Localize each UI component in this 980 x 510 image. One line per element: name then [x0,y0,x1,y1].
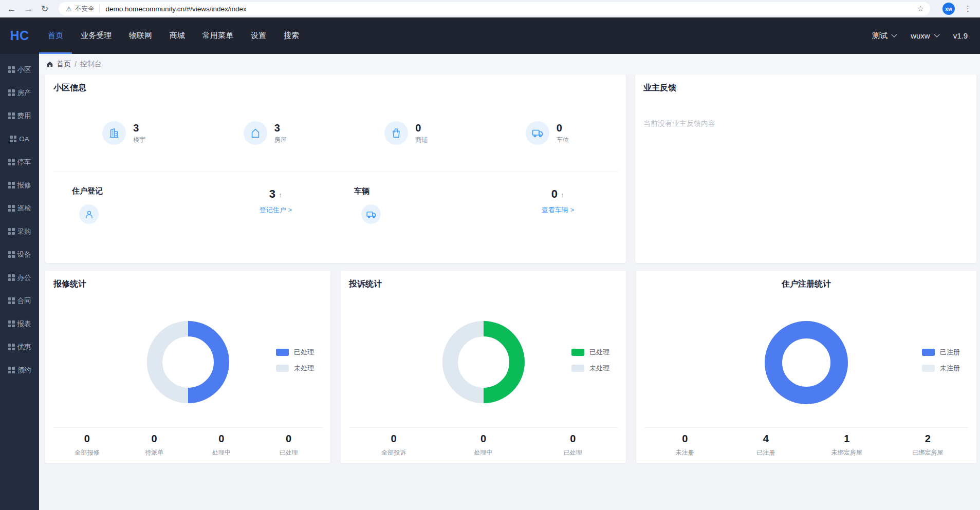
feedback-card-title: 业主反馈 [643,83,968,93]
legend-swatch [276,365,289,372]
legend-item[interactable]: 未处理 [571,364,609,373]
community-info-row: 住户登记3↑登记住户 >车辆0↑查看车辆 > [53,186,618,224]
stat-label: 楼宇 [133,136,145,144]
sidebar-item-fee[interactable]: 费用 [0,104,39,127]
sidebar-item-inspection[interactable]: 巡检 [0,197,39,220]
sidebar-item-device[interactable]: 设备 [0,243,39,266]
community-stats-row: 3楼宇3房屋0商铺0车位 [53,121,618,145]
chevron-down-icon [891,31,897,37]
grid-menu-icon [8,251,15,258]
chart-stat-value: 0 [121,433,188,445]
community-switcher[interactable]: 测试 [872,31,896,41]
screen: ← → ↻ ⚠ 不安全 demo.homecommunity.cn/#/view… [0,0,980,510]
section-vehicle: 车辆0↑查看车辆 > [336,186,618,224]
stat-value: 3 [133,122,145,134]
sidebar-item-parking[interactable]: 停车 [0,150,39,174]
chart-stat-value: 0 [188,433,255,445]
community-card-title: 小区信息 [53,83,618,93]
sidebar-item-oa[interactable]: OA [0,127,39,150]
nav-item-search[interactable]: 搜索 [275,17,308,54]
repair-stats-card: 报修统计已处理未处理0全部报修0待派单0处理中0已处理 [45,271,330,463]
legend-item[interactable]: 已注册 [922,348,960,357]
legend-label: 未处理 [589,364,609,373]
chart-stat: 4已注册 [726,433,807,457]
grid-menu-icon [10,136,16,142]
section-value: 0↑ [542,187,574,201]
section-link-vehicle[interactable]: 查看车辆 > [542,205,574,215]
chart-title: 报修统计 [53,279,322,290]
sidebar-item-discount[interactable]: 优惠 [0,335,39,358]
home-icon [46,61,53,68]
parking-icon [526,121,549,145]
chart-stat-label: 已处理 [528,448,618,457]
grid-menu-icon [8,66,15,73]
chart-stat: 0未注册 [644,433,726,457]
nav-item-home[interactable]: 首页 [39,17,72,54]
browser-avatar[interactable]: xw [942,3,955,15]
sidebar-item-community[interactable]: 小区 [0,58,39,81]
section-title: 住户登记 [72,186,103,196]
grid-menu-icon [8,367,15,373]
sidebar-item-label: OA [19,135,29,143]
grid-menu-icon [8,344,15,350]
address-bar[interactable]: ⚠ 不安全 demo.homecommunity.cn/#/views/inde… [59,2,930,15]
sidebar-item-label: 费用 [17,111,31,121]
sidebar-item-property[interactable]: 房产 [0,81,39,104]
warning-icon: ⚠ [66,5,72,13]
navbar-right: 测试 wuxw v1.9 [872,17,980,54]
legend-swatch [922,349,935,356]
community-stat: 3楼宇 [53,121,195,145]
section-title: 车辆 [354,186,381,196]
app-logo[interactable]: HC [0,17,39,54]
chart-stat-label: 全部报修 [53,448,121,457]
grid-menu-icon [8,274,15,281]
grid-menu-icon [8,228,15,235]
sidebar-item-label: 合同 [17,296,31,306]
grid-menu-icon [8,182,15,188]
sidebar-item-label: 巡检 [17,204,31,213]
breadcrumb-home[interactable]: 首页 [46,60,71,69]
sidebar-item-report[interactable]: 报表 [0,312,39,335]
browser-menu-icon[interactable]: ⋮ [963,4,973,13]
legend-swatch [571,365,584,372]
community-info-card: 小区信息 3楼宇3房屋0商铺0车位 住户登记3↑登记住户 >车辆0↑查看车辆 > [45,74,626,263]
forward-icon[interactable]: → [24,5,33,13]
stat-value: 3 [274,122,287,134]
sidebar-item-booking[interactable]: 预约 [0,358,39,382]
chart-legend: 已处理未处理 [276,348,314,373]
security-label: 不安全 [75,5,95,13]
donut-wrap [765,321,848,406]
sidebar-item-label: 办公 [17,273,31,282]
chart-title: 投诉统计 [349,279,618,290]
legend-item[interactable]: 已处理 [276,348,314,357]
breadcrumb-separator: / [75,60,77,68]
sidebar-item-label: 停车 [17,158,31,167]
section-value: 3↑ [260,187,292,201]
user-menu[interactable]: wuxw [911,31,939,40]
stat-label: 房屋 [274,136,287,144]
sidebar-item-repair[interactable]: 报修 [0,174,39,197]
nav-item-mall[interactable]: 商城 [161,17,194,54]
house-icon [244,121,267,145]
chart-stat-label: 已注册 [726,448,807,457]
resident-icon [79,204,99,224]
nav-item-common-menu[interactable]: 常用菜单 [194,17,242,54]
sidebar-item-label: 优惠 [17,343,31,352]
legend-item[interactable]: 未注册 [922,364,960,373]
sidebar-item-purchase[interactable]: 采购 [0,220,39,243]
chart-stat: 1未绑定房屋 [806,433,887,457]
legend-item[interactable]: 未处理 [276,364,314,373]
security-chip[interactable]: ⚠ 不安全 [66,5,100,13]
bookmark-star-icon[interactable]: ☆ [917,4,924,13]
sidebar-item-office[interactable]: 办公 [0,266,39,289]
nav-item-iot[interactable]: 物联网 [120,17,161,54]
sidebar-item-contract[interactable]: 合同 [0,289,39,312]
nav-item-settings[interactable]: 设置 [242,17,275,54]
breadcrumb: 首页 / 控制台 [39,54,980,74]
back-icon[interactable]: ← [7,5,16,13]
legend-label: 已处理 [589,348,609,357]
legend-item[interactable]: 已处理 [571,348,609,357]
reload-icon[interactable]: ↻ [41,5,48,13]
section-link-resident[interactable]: 登记住户 > [260,205,292,215]
nav-item-business[interactable]: 业务受理 [72,17,120,54]
